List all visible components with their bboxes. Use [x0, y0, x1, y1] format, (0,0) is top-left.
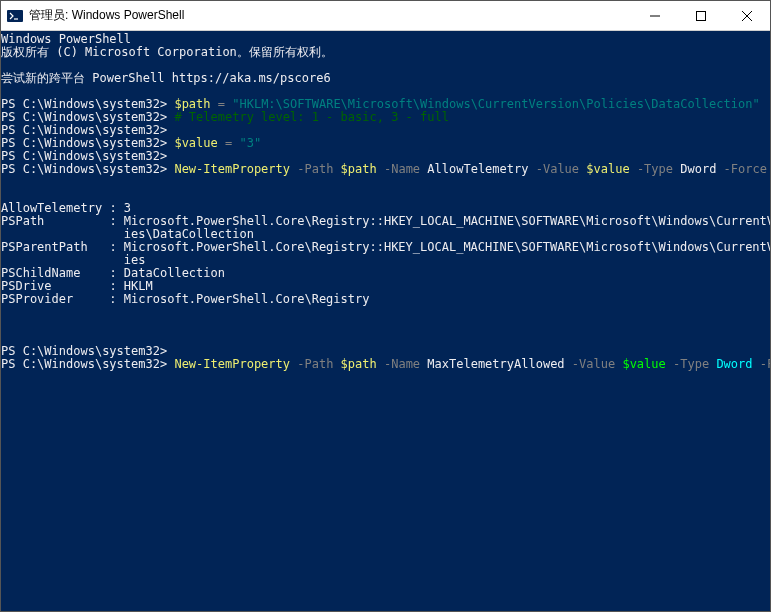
out-pspath-key: PSPath — [1, 214, 44, 228]
prompt: PS C:\Windows\system32> — [1, 123, 167, 137]
param-name: -Name — [384, 357, 420, 371]
arg-path-var: $path — [341, 162, 377, 176]
value-string: "3" — [239, 136, 261, 150]
cmdlet-new-itemproperty: New-ItemProperty — [174, 162, 290, 176]
svg-rect-3 — [697, 11, 706, 20]
arg-name-maxtelemetryallowed: MaxTelemetryAllowed — [427, 357, 564, 371]
param-path: -Path — [297, 357, 333, 371]
arg-path-var: $path — [341, 357, 377, 371]
param-force: -Force — [724, 162, 767, 176]
param-value: -Value — [536, 162, 579, 176]
param-path: -Path — [297, 162, 333, 176]
equals: = — [218, 97, 225, 111]
out-pspath-val1: Microsoft.PowerShell.Core\Registry::HKEY… — [124, 214, 770, 228]
out-psparent-val2: ies — [124, 253, 146, 267]
prompt: PS C:\Windows\system32> — [1, 149, 167, 163]
banner-line3: 尝试新的跨平台 PowerShell https://aka.ms/pscore… — [1, 71, 331, 85]
arg-value-var: $value — [586, 162, 629, 176]
out-pschild-val: DataCollection — [124, 266, 225, 280]
prompt: PS C:\Windows\system32> — [1, 357, 167, 371]
prompt: PS C:\Windows\system32> — [1, 97, 167, 111]
banner-line2: 版权所有 (C) Microsoft Corporation。保留所有权利。 — [1, 45, 333, 59]
titlebar[interactable]: 管理员: Windows PowerShell — [1, 1, 770, 31]
param-type: -Type — [637, 162, 673, 176]
banner-line1: Windows PowerShell — [1, 32, 131, 46]
out-pspath-val2: ies\DataCollection — [124, 227, 254, 241]
out-allowtel-key: AllowTelemetry — [1, 201, 102, 215]
param-name: -Name — [384, 162, 420, 176]
equals: = — [225, 136, 232, 150]
param-type: -Type — [673, 357, 709, 371]
prompt: PS C:\Windows\system32> — [1, 110, 167, 124]
out-psprov-key: PSProvider — [1, 292, 73, 306]
powershell-window: 管理员: Windows PowerShell Windows PowerShe… — [0, 0, 771, 612]
comment: # Telemetry level: 1 - basic, 3 - full — [174, 110, 449, 124]
window-controls — [632, 1, 770, 30]
svg-rect-0 — [7, 10, 23, 22]
terminal-area[interactable]: Windows PowerShell 版权所有 (C) Microsoft Co… — [1, 31, 770, 611]
window-title: 管理员: Windows PowerShell — [29, 7, 632, 24]
close-button[interactable] — [724, 1, 770, 30]
out-allowtel-val: 3 — [124, 201, 131, 215]
out-psprov-val: Microsoft.PowerShell.Core\Registry — [124, 292, 370, 306]
var-path: $path — [174, 97, 210, 111]
out-pschild-key: PSChildName — [1, 266, 80, 280]
out-psparent-val1: Microsoft.PowerShell.Core\Registry::HKEY… — [124, 240, 770, 254]
param-value: -Value — [572, 357, 615, 371]
out-psdrive-val: HKLM — [124, 279, 153, 293]
arg-type-dword: Dword — [716, 357, 752, 371]
path-string: "HKLM:\SOFTWARE\Microsoft\Windows\Curren… — [232, 97, 759, 111]
arg-value-var: $value — [622, 357, 665, 371]
var-value: $value — [174, 136, 217, 150]
prompt: PS C:\Windows\system32> — [1, 162, 167, 176]
out-psdrive-key: PSDrive — [1, 279, 52, 293]
cmdlet-new-itemproperty: New-ItemProperty — [174, 357, 290, 371]
maximize-button[interactable] — [678, 1, 724, 30]
param-force: -Force — [760, 357, 770, 371]
arg-type-dword: Dword — [680, 162, 716, 176]
prompt: PS C:\Windows\system32> — [1, 136, 167, 150]
prompt: PS C:\Windows\system32> — [1, 344, 167, 358]
arg-name-allowtelemetry: AllowTelemetry — [427, 162, 528, 176]
powershell-icon — [7, 8, 23, 24]
minimize-button[interactable] — [632, 1, 678, 30]
out-psparent-key: PSParentPath — [1, 240, 88, 254]
